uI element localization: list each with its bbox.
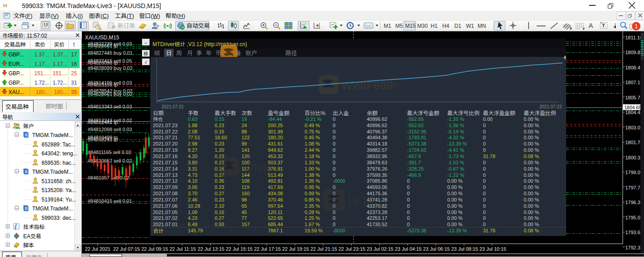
svg-text:T: T bbox=[602, 21, 605, 29]
svg-text:E: E bbox=[570, 26, 572, 30]
svg-text:M: M bbox=[3, 3, 8, 8]
svg-text:F: F bbox=[583, 26, 585, 30]
svg-text:WNIF: WNIF bbox=[242, 161, 274, 175]
svg-text:W IF: W IF bbox=[347, 194, 374, 208]
